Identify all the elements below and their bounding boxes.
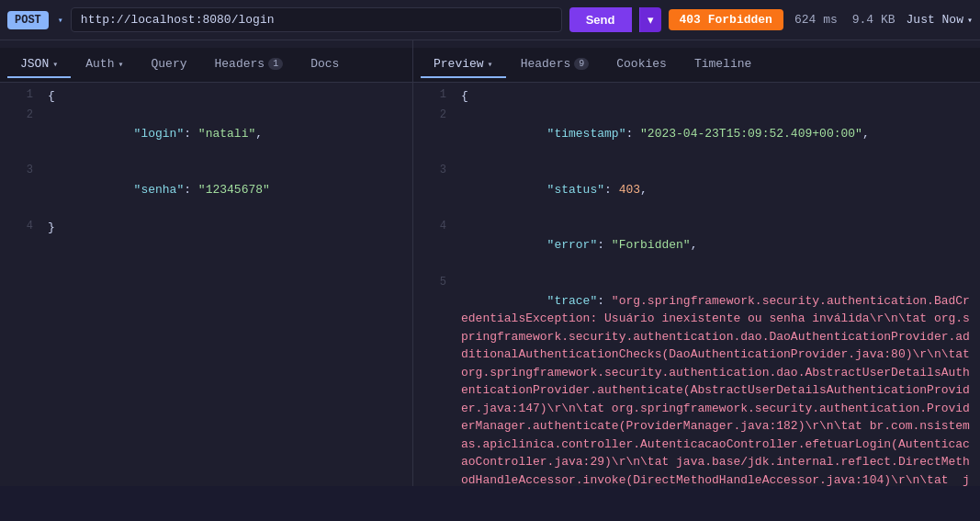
right-panel: Preview ▾ Headers 9 Cookies Timeline 1 {	[413, 40, 980, 486]
url-input[interactable]	[71, 7, 562, 32]
auth-tab-arrow[interactable]: ▾	[118, 59, 123, 70]
send-button[interactable]: Send	[569, 7, 632, 32]
tab-headers[interactable]: Headers 1	[202, 51, 297, 78]
method-dropdown-icon[interactable]: ▾	[58, 15, 63, 26]
req-line-1: 1 {	[0, 86, 412, 107]
method-badge: POST	[7, 11, 49, 29]
preview-tab-arrow[interactable]: ▾	[488, 59, 493, 70]
resp-line-5: 5 "trace": "org.springframework.security…	[413, 273, 980, 486]
req-line-3: 3 "senha": "12345678"	[0, 162, 412, 218]
tab-docs[interactable]: Docs	[298, 51, 352, 78]
main-content: JSON ▾ Auth ▾ Query Headers 1 Docs 1 {	[0, 40, 980, 486]
req-line-4: 4 }	[0, 218, 412, 238]
resp-line-1: 1 {	[413, 86, 980, 107]
response-tab-bar: Preview ▾ Headers 9 Cookies Timeline	[413, 48, 980, 83]
tab-json[interactable]: JSON ▾	[7, 51, 71, 78]
top-bar: POST ▾ Send ▾ 403 Forbidden 624 ms 9.4 K…	[0, 0, 980, 40]
left-panel: JSON ▾ Auth ▾ Query Headers 1 Docs 1 {	[0, 40, 413, 486]
json-tab-arrow[interactable]: ▾	[52, 59, 58, 70]
tab-auth[interactable]: Auth ▾	[73, 51, 136, 78]
timestamp-dropdown-icon[interactable]: ▾	[967, 15, 973, 26]
timestamp-label: Just Now ▾	[907, 13, 973, 27]
req-line-2: 2 "login": "natali",	[0, 107, 412, 163]
request-body: 1 { 2 "login": "natali", 3 "senha": "123…	[0, 83, 412, 241]
resp-line-2: 2 "timestamp": "2023-04-23T15:09:52.409+…	[413, 107, 980, 163]
duration-label: 624 ms	[791, 13, 841, 27]
tab-cookies[interactable]: Cookies	[603, 51, 680, 78]
size-label: 9.4 KB	[849, 13, 899, 27]
resp-line-3: 3 "status": 403,	[413, 162, 980, 218]
tab-preview[interactable]: Preview ▾	[421, 51, 506, 78]
send-dropdown-button[interactable]: ▾	[639, 7, 661, 32]
status-badge: 403 Forbidden	[669, 9, 783, 30]
response-body: 1 { 2 "timestamp": "2023-04-23T15:09:52.…	[413, 83, 980, 486]
tab-timeline[interactable]: Timeline	[681, 51, 764, 78]
request-tab-bar: JSON ▾ Auth ▾ Query Headers 1 Docs	[0, 48, 412, 83]
tab-resp-headers[interactable]: Headers 9	[508, 51, 603, 78]
resp-line-4: 4 "error": "Forbidden",	[413, 218, 980, 274]
tab-query[interactable]: Query	[139, 51, 200, 78]
